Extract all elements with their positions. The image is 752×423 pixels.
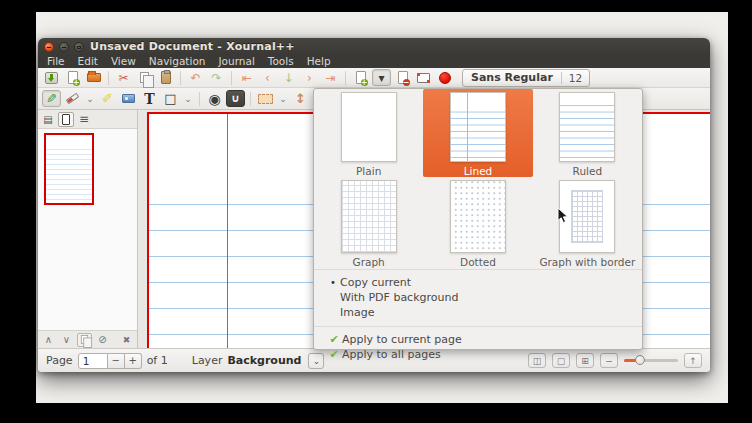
template-dotted-thumbnail — [450, 180, 506, 253]
page-count-label: of 1 — [147, 354, 168, 367]
last-page-button[interactable]: ⇥ — [321, 69, 340, 86]
goto-page-icon: ↓ — [283, 71, 293, 85]
menu-edit[interactable]: Edit — [78, 55, 98, 68]
snapping-button[interactable]: ∪ — [226, 90, 245, 107]
text-tool-icon: T — [144, 91, 154, 107]
option-label: Image — [340, 306, 374, 319]
down-arrow-icon: ∨ — [63, 334, 70, 345]
option-image[interactable]: Image — [314, 305, 642, 320]
copy-page-button[interactable] — [77, 333, 92, 347]
menu-journal[interactable]: Journal — [218, 55, 254, 68]
up-arrow-icon: ∧ — [45, 334, 52, 345]
page-decrement-button[interactable]: − — [108, 353, 125, 369]
first-page-icon: ⇤ — [241, 71, 251, 85]
text-tool-button[interactable]: T — [140, 90, 159, 107]
maximize-window-button[interactable] — [74, 42, 84, 52]
apply-label: Apply to current page — [342, 333, 462, 346]
template-label: Dotted — [460, 256, 496, 268]
goto-page-button[interactable]: ↓ — [279, 69, 298, 86]
pen-tool-button[interactable]: ✎ — [42, 90, 61, 107]
close-sidebar-button[interactable]: ✖ — [119, 333, 134, 347]
page-thumbnail-selected[interactable] — [44, 133, 94, 205]
move-page-up-button[interactable]: ∧ — [41, 333, 56, 347]
option-label: With PDF background — [340, 291, 458, 304]
page-increment-button[interactable]: + — [125, 353, 142, 369]
undo-button[interactable]: ↶ — [186, 69, 205, 86]
delete-page-button[interactable]: − — [393, 69, 412, 86]
template-plain[interactable]: Plain — [314, 89, 423, 177]
shape-recognizer-button[interactable]: ◉ — [205, 90, 224, 107]
menu-view[interactable]: View — [111, 55, 136, 68]
new-page-icon: + — [356, 71, 366, 84]
page-label: Page — [46, 354, 73, 367]
presentation-button[interactable] — [414, 69, 433, 86]
select-dropdown-button[interactable]: ⌄ — [277, 90, 289, 107]
template-graph[interactable]: Graph — [314, 177, 423, 269]
sidebar: ▤ ≡ ∧ ∨ ⊘ ✖ — [38, 110, 138, 348]
tab-contents[interactable]: ▤ — [40, 112, 56, 127]
template-label: Lined — [464, 165, 493, 177]
select-rectangle-button[interactable] — [256, 90, 275, 107]
next-page-button[interactable]: › — [300, 69, 319, 86]
eraser-icon — [66, 93, 80, 105]
move-page-down-button[interactable]: ∨ — [59, 333, 74, 347]
redo-icon: ↷ — [211, 71, 221, 85]
new-page-dropdown-button[interactable]: ▾ — [372, 69, 391, 86]
toolbar-separator — [231, 71, 232, 85]
apply-to-current-page[interactable]: ✔ Apply to current page — [314, 332, 642, 347]
layers-icon: ≡ — [79, 112, 89, 126]
page-margin-line — [227, 114, 228, 348]
tab-page-preview[interactable] — [58, 112, 74, 127]
mouse-cursor — [557, 207, 569, 224]
apply-list: ✔ Apply to current page ✔ Apply to all p… — [314, 326, 642, 365]
template-lined[interactable]: Lined — [423, 89, 532, 177]
shape-tool-button[interactable]: □ — [161, 90, 180, 107]
close-window-button[interactable] — [44, 42, 54, 52]
template-dotted[interactable]: Dotted — [423, 177, 532, 269]
zoom-reset-button[interactable]: ↑ — [684, 353, 702, 368]
save-icon — [45, 72, 58, 84]
contents-icon: ▤ — [43, 114, 52, 125]
titlebar[interactable]: Unsaved Document - Xournal++ — [38, 38, 710, 55]
shape-recognizer-icon: ◉ — [208, 91, 220, 107]
tab-layers[interactable]: ≡ — [76, 112, 92, 127]
menu-file[interactable]: File — [47, 55, 65, 68]
copy-button[interactable] — [135, 69, 154, 86]
copy-page-icon — [81, 335, 88, 344]
option-with-pdf-background[interactable]: With PDF background — [314, 290, 642, 305]
eraser-dropdown-button[interactable]: ⌄ — [84, 90, 96, 107]
vertical-space-button[interactable]: ↕ — [291, 90, 310, 107]
record-button[interactable] — [435, 69, 454, 86]
new-document-button[interactable]: + — [63, 69, 82, 86]
menu-tools[interactable]: Tools — [268, 55, 294, 68]
option-copy-current[interactable]: • Copy current — [314, 275, 642, 290]
delete-page-sidebar-button[interactable]: ⊘ — [95, 333, 110, 347]
menu-help[interactable]: Help — [307, 55, 331, 68]
next-page-icon: › — [307, 71, 312, 85]
template-ruled[interactable]: Ruled — [533, 89, 642, 177]
cut-button[interactable]: ✂ — [114, 69, 133, 86]
menu-navigation[interactable]: Navigation — [149, 55, 206, 68]
page-number-input[interactable]: 1 — [78, 353, 108, 369]
redo-button[interactable]: ↷ — [207, 69, 226, 86]
open-button[interactable] — [84, 69, 103, 86]
vertical-space-icon: ↕ — [295, 91, 306, 106]
new-page-button[interactable]: + — [351, 69, 370, 86]
paste-button[interactable] — [156, 69, 175, 86]
template-label: Ruled — [573, 165, 603, 177]
minimize-window-button[interactable] — [59, 42, 69, 52]
image-tool-button[interactable] — [119, 90, 138, 107]
layer-label: Layer — [192, 354, 223, 367]
delete-page-icon: − — [398, 71, 408, 84]
font-button[interactable]: Sans Regular 12 — [462, 69, 590, 87]
cut-icon: ✂ — [118, 71, 128, 85]
template-graph-with-border[interactable]: Graph with border — [533, 177, 642, 269]
save-button[interactable] — [42, 69, 61, 86]
highlighter-tool-button[interactable]: ✐ — [98, 90, 117, 107]
apply-to-all-pages[interactable]: ✔ Apply to all pages — [314, 347, 642, 362]
copy-icon — [140, 72, 149, 83]
eraser-tool-button[interactable] — [63, 90, 82, 107]
shape-dropdown-button[interactable]: ⌄ — [182, 90, 194, 107]
previous-page-button[interactable]: ‹ — [258, 69, 277, 86]
first-page-button[interactable]: ⇤ — [237, 69, 256, 86]
